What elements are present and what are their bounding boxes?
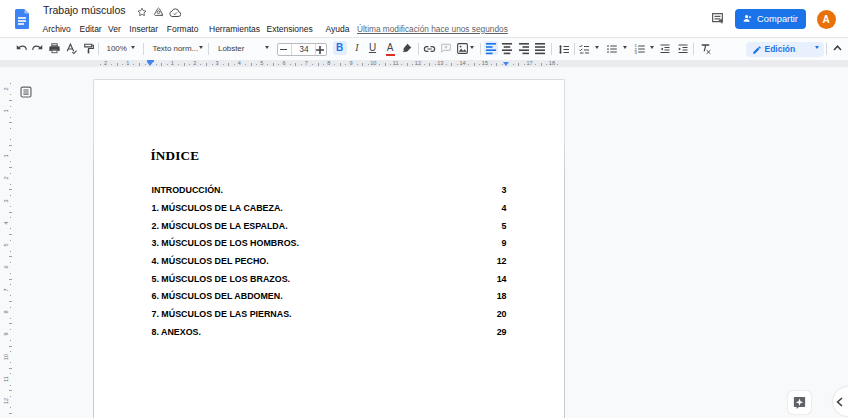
svg-text:3: 3	[634, 50, 637, 55]
